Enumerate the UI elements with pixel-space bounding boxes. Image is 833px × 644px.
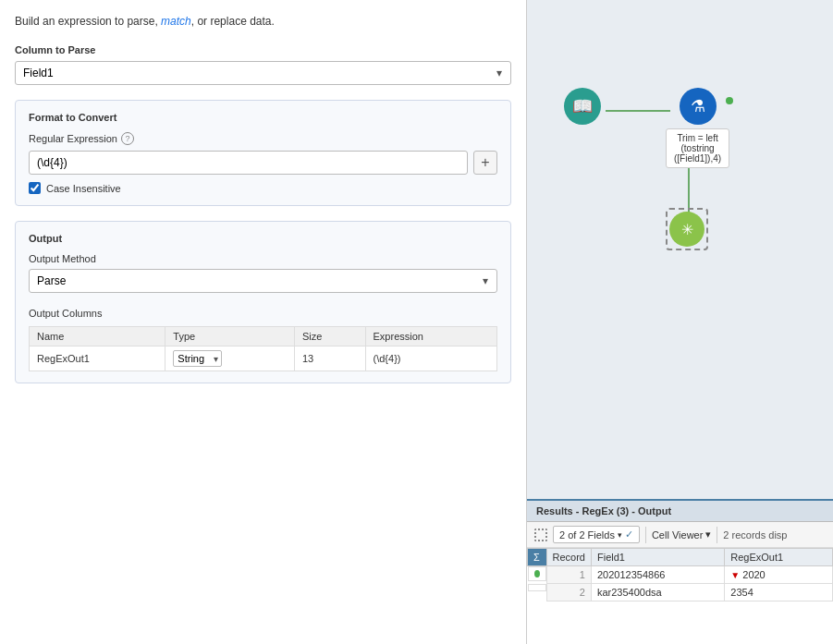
input-node[interactable]: 📖 <box>564 88 601 125</box>
table-row: RegExOut1 String 13 (\d{4}) <box>30 346 497 371</box>
row-expression: (\d{4}) <box>365 346 496 371</box>
result-col-field1: Field1 <box>591 549 724 566</box>
row-field1-1: 202012354866 <box>591 566 724 584</box>
intro-text: Build an expression to parse, match, or … <box>15 13 511 30</box>
node-status-dot <box>726 97 733 104</box>
check-icon: ✓ <box>625 529 633 541</box>
cell-viewer-label: Cell Viewer <box>652 529 703 541</box>
output-columns-table: Name Type Size Expression RegExOut1 Stri… <box>29 326 497 371</box>
result-col-regexout1: RegExOut1 <box>725 549 833 566</box>
result-col-record: Record <box>546 549 591 566</box>
col-header-name: Name <box>30 327 165 346</box>
formula-node[interactable]: ⚗ Trim = left(tostring([Field1]),4) <box>666 88 729 168</box>
fields-count: 2 of 2 Fields <box>559 529 615 541</box>
regex-label: Regular Expression ? <box>29 132 497 145</box>
case-insensitive-label: Case Insensitive <box>46 183 121 194</box>
row-selector-2[interactable] <box>528 584 546 591</box>
canvas-area: 📖 ⚗ Trim = left(tostring([Field1]),4) ✳ <box>527 0 833 499</box>
case-insensitive-checkbox[interactable] <box>29 182 41 194</box>
column-to-parse-label: Column to Parse <box>15 44 511 55</box>
input-node-icon: 📖 <box>564 88 601 125</box>
column-to-parse-select[interactable]: Field1 <box>15 61 511 85</box>
formula-node-icon: ⚗ <box>680 88 717 125</box>
format-section: Format to Convert Regular Expression ? +… <box>15 100 511 206</box>
right-panel: 📖 ⚗ Trim = left(tostring([Field1]),4) ✳ … <box>527 0 833 644</box>
row-size: 13 <box>294 346 365 371</box>
row-regexout1-1: ▼ 2020 <box>725 566 833 584</box>
output-section: Output Output Method Parse Output Column… <box>15 221 511 383</box>
help-icon[interactable]: ? <box>121 132 134 145</box>
row-num-2: 2 <box>546 584 591 601</box>
results-toolbar: 2 of 2 Fields ▾ ✓ Cell Viewer ▾ 2 record… <box>527 522 833 548</box>
results-table: Σ Record Field1 RegExOut1 1 202012354866… <box>527 548 833 601</box>
left-panel: Build an expression to parse, match, or … <box>0 0 527 644</box>
col-header-expression: Expression <box>365 327 496 346</box>
results-panel: Results - RegEx (3) - Output 2 of 2 Fiel… <box>527 499 833 644</box>
sum-header: Σ <box>528 549 547 566</box>
records-info: 2 records disp <box>723 529 787 541</box>
output-method-label: Output Method <box>29 253 497 264</box>
cell-viewer-button[interactable]: Cell Viewer ▾ <box>652 529 711 541</box>
row-indicator-1 <box>534 570 540 577</box>
error-indicator-icon: ▼ <box>730 570 740 580</box>
row-num-1: 1 <box>546 566 591 584</box>
toolbar-dotted-bar <box>534 529 547 541</box>
regex-node-wrapper: ✳ <box>666 208 708 250</box>
row-regexout1-2: 2354 <box>725 584 833 601</box>
result-row-1: 1 202012354866 ▼ 2020 <box>528 566 833 584</box>
output-method-select[interactable]: Parse <box>29 269 497 293</box>
regex-node[interactable]: ✳ <box>666 208 708 250</box>
output-method-wrapper: Parse <box>29 269 497 293</box>
format-section-title: Format to Convert <box>29 112 497 123</box>
col-header-type: Type <box>165 327 295 346</box>
column-to-parse-wrapper: Field1 <box>15 61 511 85</box>
checkbox-row: Case Insensitive <box>29 182 497 194</box>
chevron-down-icon: ▾ <box>618 530 622 540</box>
divider <box>645 527 646 543</box>
row-type-select[interactable]: String <box>173 350 222 367</box>
regex-row: + <box>29 151 497 175</box>
row-regexout1-value-1: 2020 <box>742 569 765 580</box>
divider-2 <box>717 527 717 543</box>
result-row-2: 2 kar235400dsa 2354 <box>528 584 833 601</box>
output-columns-label: Output Columns <box>29 308 497 319</box>
row-type: String <box>165 346 295 371</box>
output-section-title: Output <box>29 233 497 244</box>
formula-node-label: Trim = left(tostring([Field1]),4) <box>666 128 729 168</box>
cell-viewer-chevron-icon: ▾ <box>705 529 711 541</box>
fields-dropdown[interactable]: 2 of 2 Fields ▾ ✓ <box>553 526 640 543</box>
row-selector-1[interactable] <box>528 566 546 581</box>
row-field1-2: kar235400dsa <box>591 584 724 601</box>
add-regex-button[interactable]: + <box>473 151 497 175</box>
regex-node-icon: ✳ <box>669 212 704 247</box>
results-header: Results - RegEx (3) - Output <box>527 501 833 522</box>
col-header-size: Size <box>294 327 365 346</box>
regex-input[interactable] <box>29 151 468 175</box>
row-name: RegExOut1 <box>30 346 165 371</box>
match-word: match <box>161 15 191 28</box>
